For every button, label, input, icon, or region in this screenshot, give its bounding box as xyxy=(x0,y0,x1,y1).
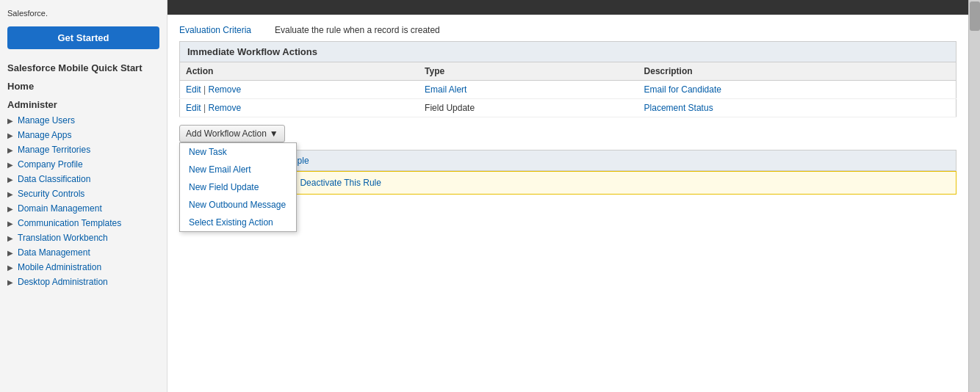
sidebar-item-label: Mobile Administration xyxy=(18,262,101,272)
quick-start-label: Salesforce Mobile Quick Start xyxy=(0,58,167,76)
sidebar-item-label: Translation Workbench xyxy=(18,233,108,243)
immediate-actions-header: Immediate Workflow Actions xyxy=(179,41,956,62)
sidebar-item-label: Security Controls xyxy=(18,189,84,199)
col-description: Description xyxy=(638,62,956,81)
menu-item-new-task[interactable]: New Task xyxy=(180,143,296,161)
remove-link-2[interactable]: Remove xyxy=(208,103,241,113)
col-action: Action xyxy=(180,62,419,81)
eval-criteria-row: Evaluation Criteria Evaluate the rule wh… xyxy=(179,22,956,41)
description-cell-1: Email for Candidate xyxy=(638,81,956,99)
type-cell-2: Field Update xyxy=(419,99,638,117)
main-content: Evaluation Criteria Evaluate the rule wh… xyxy=(167,0,968,392)
eval-criteria-label[interactable]: Evaluation Criteria xyxy=(179,25,275,35)
chevron-right-icon: ▶ xyxy=(7,161,18,169)
home-label: Home xyxy=(0,76,167,95)
scrollbar[interactable] xyxy=(968,0,980,392)
add-workflow-button[interactable]: Add Workflow Action ▼ xyxy=(179,125,285,142)
sidebar-item-data-management[interactable]: ▶ Data Management xyxy=(0,245,167,260)
table-row: Edit | Remove Email Alert Email for Cand… xyxy=(180,81,956,99)
sidebar-item-desktop-administration[interactable]: ▶ Desktop Administration xyxy=(0,275,167,289)
menu-item-new-outbound-message[interactable]: New Outbound Message xyxy=(180,196,296,214)
sidebar-item-data-classification[interactable]: ▶ Data Classification xyxy=(0,172,167,186)
menu-item-new-field-update[interactable]: New Field Update xyxy=(180,178,296,196)
salesforce-text: Salesforce. xyxy=(7,9,48,18)
chevron-right-icon: ▶ xyxy=(7,131,18,139)
col-type: Type xyxy=(419,62,638,81)
chevron-right-icon: ▶ xyxy=(7,278,18,286)
chevron-right-icon: ▶ xyxy=(7,249,18,257)
sidebar-item-domain-management[interactable]: ▶ Domain Management xyxy=(0,201,167,216)
sidebar: Salesforce. Get Started Salesforce Mobil… xyxy=(0,0,167,392)
email-alert-link[interactable]: Email Alert xyxy=(425,84,466,95)
placement-status-link[interactable]: Placement Status xyxy=(644,103,713,113)
sidebar-item-label: Desktop Administration xyxy=(18,277,108,287)
chevron-right-icon: ▶ xyxy=(7,190,18,198)
sidebar-item-manage-territories[interactable]: ▶ Manage Territories xyxy=(0,142,167,157)
table-row: Edit | Remove Field Update Placement Sta… xyxy=(180,99,956,117)
sidebar-item-label: Company Profile xyxy=(18,159,83,170)
top-bar xyxy=(167,0,968,15)
sidebar-item-label: Manage Territories xyxy=(18,145,90,155)
menu-item-select-existing[interactable]: Select Existing Action xyxy=(180,214,296,231)
dropdown-arrow-icon: ▼ xyxy=(270,128,278,139)
workflow-table: Action Type Description Edit | Remove Em… xyxy=(179,62,956,117)
description-cell-2: Placement Status xyxy=(638,99,956,117)
add-workflow-dropdown: Add Workflow Action ▼ New Task New Email… xyxy=(179,125,285,142)
add-workflow-row: Add Workflow Action ▼ New Task New Email… xyxy=(179,125,956,142)
sidebar-item-communication-templates[interactable]: ▶ Communication Templates xyxy=(0,216,167,231)
deactivate-rule-link[interactable]: Deactivate This Rule xyxy=(300,178,381,188)
sidebar-item-translation-workbench[interactable]: ▶ Translation Workbench xyxy=(0,231,167,245)
chevron-right-icon: ▶ xyxy=(7,234,18,242)
sidebar-item-label: Communication Templates xyxy=(18,218,121,228)
content-area: Evaluation Criteria Evaluate the rule wh… xyxy=(167,15,968,202)
chevron-right-icon: ▶ xyxy=(7,264,18,272)
chevron-right-icon: ▶ xyxy=(7,205,18,213)
table-header-row: Action Type Description xyxy=(180,62,956,81)
sidebar-item-label: Manage Users xyxy=(18,115,75,126)
remove-link-1[interactable]: Remove xyxy=(208,84,241,95)
chevron-right-icon: ▶ xyxy=(7,117,18,125)
eval-criteria-value: Evaluate the rule when a record is creat… xyxy=(275,25,440,35)
sidebar-item-mobile-administration[interactable]: ▶ Mobile Administration xyxy=(0,260,167,275)
chevron-right-icon: ▶ xyxy=(7,146,18,154)
sidebar-item-company-profile[interactable]: ▶ Company Profile xyxy=(0,157,167,172)
action-cell-1: Edit | Remove xyxy=(180,81,419,99)
sidebar-item-manage-apps[interactable]: ▶ Manage Apps xyxy=(0,128,167,142)
scroll-thumb[interactable] xyxy=(970,1,980,31)
action-cell-2: Edit | Remove xyxy=(180,99,419,117)
sidebar-item-manage-users[interactable]: ▶ Manage Users xyxy=(0,113,167,128)
sidebar-item-label: Domain Management xyxy=(18,203,102,214)
sidebar-item-label: Data Management xyxy=(18,247,90,258)
get-started-button[interactable]: Get Started xyxy=(7,26,159,49)
sidebar-item-label: Manage Apps xyxy=(18,130,71,140)
sidebar-item-label: Data Classification xyxy=(18,174,90,184)
salesforce-logo-area: Salesforce. xyxy=(0,6,167,23)
type-cell-1: Email Alert xyxy=(419,81,638,99)
sidebar-item-security-controls[interactable]: ▶ Security Controls xyxy=(0,186,167,201)
menu-item-new-email-alert[interactable]: New Email Alert xyxy=(180,161,296,178)
email-for-candidate-link[interactable]: Email for Candidate xyxy=(644,84,721,95)
chevron-right-icon: ▶ xyxy=(7,219,18,228)
administer-label: Administer xyxy=(0,95,167,113)
edit-link-1[interactable]: Edit xyxy=(186,84,201,95)
add-workflow-label: Add Workflow Action xyxy=(186,128,267,139)
edit-link-2[interactable]: Edit xyxy=(186,103,201,113)
chevron-right-icon: ▶ xyxy=(7,175,18,184)
workflow-dropdown-menu: New Task New Email Alert New Field Updat… xyxy=(179,142,297,232)
